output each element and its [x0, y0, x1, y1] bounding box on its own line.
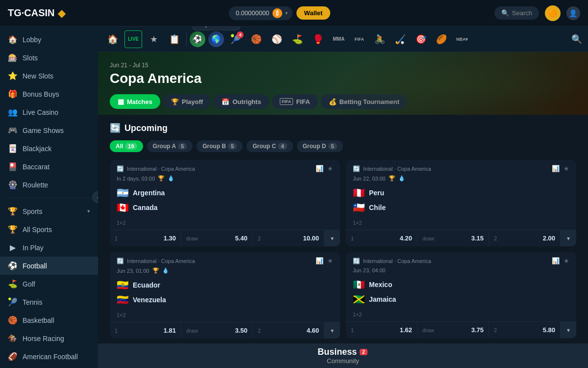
sport-tennis-nav-btn[interactable]: 🎾 4 — [227, 30, 245, 48]
match-2-fav-btn[interactable]: ★ — [564, 165, 569, 172]
match-3-odds-2[interactable]: 2 4.60 — [253, 322, 324, 339]
sport-nba-nav-btn[interactable]: NBA▾ — [453, 30, 471, 48]
search-placeholder: Search — [512, 9, 532, 17]
sport-copa-btn[interactable]: 🌎 — [208, 31, 224, 47]
match-1-odds-draw[interactable]: draw 5.40 — [181, 230, 253, 246]
match-3-team2-flag: 🇻🇪 — [117, 294, 129, 306]
sidebar-item-football[interactable]: ⚽ Football — [0, 257, 98, 275]
group-all-count: 19 — [125, 143, 137, 150]
sport-basketball-nav-btn[interactable]: 🏀 — [247, 30, 265, 48]
scroll-area[interactable]: 🔄 Upcoming All 19 Group A 5 Group B 5 — [98, 115, 588, 343]
group-all-chip[interactable]: All 19 — [110, 140, 143, 152]
sidebar-item-game-shows[interactable]: 🎮 Game Shows — [0, 121, 98, 139]
sport-fifa-nav-btn[interactable]: FIFA — [350, 30, 368, 48]
match-3-meta: 🔄 International · Copa America — [117, 258, 195, 264]
live-casino-icon: 👥 — [8, 107, 18, 117]
sport-hockey-nav-btn[interactable]: 🏑 — [392, 30, 409, 48]
match-1-teams: 🇦🇷 Argentina 🇨🇦 Canada — [110, 185, 340, 220]
tab-betting-label: Betting Tournament — [340, 98, 400, 105]
group-a-chip[interactable]: Group A 5 — [147, 140, 193, 152]
match-4-odds-1[interactable]: 1 1.62 — [346, 322, 417, 338]
match-3-odds: 1 1.81 draw 3.50 2 4.60 ▾ — [110, 322, 340, 339]
match-1-odds-1[interactable]: 1 1.30 — [110, 230, 181, 246]
match-3-team1-name: Ecuador — [133, 281, 160, 289]
sidebar-item-all-sports[interactable]: 🏆 All Sports — [0, 220, 98, 238]
sidebar-item-blackjack[interactable]: 🃏 Blackjack — [0, 139, 98, 158]
match-3-odds-1[interactable]: 1 1.81 — [110, 322, 181, 339]
sport-soccer-btn[interactable]: ⚽ — [190, 31, 205, 47]
match-3-odds-draw[interactable]: draw 3.50 — [181, 322, 253, 339]
sport-cycling-nav-btn[interactable]: 🚴 — [371, 30, 389, 48]
match-2-odds-1[interactable]: 1 4.20 — [346, 230, 417, 246]
search-sport-btn[interactable]: 🔍 — [571, 34, 582, 45]
currency-chevron[interactable]: ▾ — [285, 10, 288, 16]
group-d-chip[interactable]: Group D 5 — [297, 140, 343, 152]
baccarat-icon: 🎴 — [8, 162, 18, 171]
match-4-odds-2[interactable]: 2 5.80 — [489, 322, 561, 338]
tab-playoff[interactable]: 🏆 Playoff — [163, 94, 211, 109]
match-2-odds-draw[interactable]: draw 3.15 — [417, 230, 489, 246]
sport-darts-nav-btn[interactable]: 🎯 — [412, 30, 430, 48]
sidebar-item-roulette[interactable]: 🎡 Roulette — [0, 176, 98, 194]
match-3-odds-more[interactable]: ▾ — [324, 322, 340, 339]
match-4-odds: 1 1.62 draw 3.75 2 5.80 ▾ — [346, 321, 576, 338]
match-2-odds-more[interactable]: ▾ — [561, 230, 576, 246]
sidebar-item-baccarat[interactable]: 🎴 Baccarat — [0, 158, 98, 176]
match-4-odds-more[interactable]: ▾ — [561, 322, 576, 338]
sport-home-btn[interactable]: 🏠 — [104, 30, 122, 48]
wallet-button[interactable]: Wallet — [296, 6, 331, 20]
match-1-time-text: In 2 days, 03:00 — [117, 176, 155, 182]
football-icon: ⚽ — [8, 261, 18, 270]
match-1-team2-name: Canada — [133, 204, 158, 211]
sidebar-item-tennis[interactable]: 🎾 Tennis — [0, 293, 98, 311]
hero-banner: Jun 21 - Jul 15 Copa America ▦ Matches 🏆… — [98, 52, 588, 115]
sport-rugby-nav-btn[interactable]: 🏉 — [433, 30, 450, 48]
sidebar-item-bonus-buys[interactable]: 🎁 Bonus Buys — [0, 85, 98, 103]
sidebar-item-new-slots[interactable]: ⭐ New Slots — [0, 67, 98, 85]
sport-favorites-btn[interactable]: ★ — [145, 30, 163, 48]
match-4-fav-btn[interactable]: ★ — [564, 257, 569, 264]
sidebar-item-basketball[interactable]: 🏀 Basketball — [0, 311, 98, 329]
match-1-fav-btn[interactable]: ★ — [327, 165, 333, 172]
hero-date: Jun 21 - Jul 15 — [110, 62, 576, 69]
home-icon: 🏠 — [8, 35, 18, 44]
sidebar-section-sports[interactable]: 🏆 Sports ▾ — [0, 202, 98, 220]
sidebar-item-horse-racing[interactable]: 🏇 Horse Racing — [0, 329, 98, 347]
search-box[interactable]: 🔍 Search — [494, 6, 539, 20]
tab-matches[interactable]: ▦ Matches — [110, 94, 160, 109]
tab-outrights[interactable]: 📅 Outrights — [214, 94, 269, 109]
sport-live-btn[interactable]: LIVE — [124, 30, 142, 48]
match-1-odds-more[interactable]: ▾ — [324, 230, 340, 246]
sport-betslip-btn[interactable]: 📋 — [166, 30, 183, 48]
match-4-odds-draw[interactable]: draw 3.75 — [417, 322, 489, 338]
match-2-odds-2-value: 2.00 — [543, 235, 555, 242]
match-3-fav-btn[interactable]: ★ — [327, 257, 333, 264]
sport-mma-nav-btn[interactable]: MMA — [330, 30, 347, 48]
group-c-chip[interactable]: Group C 4 — [246, 140, 293, 152]
match-1-time-icon-2: 💧 — [168, 175, 174, 182]
match-4-stats-btn[interactable]: 📊 — [552, 257, 560, 264]
sport-golf-nav-btn[interactable]: ⛳ — [289, 30, 306, 48]
sport-baseball-nav-btn[interactable]: ⚾ — [268, 30, 286, 48]
sport-boxing-nav-btn[interactable]: 🥊 — [309, 30, 327, 48]
tab-fifa[interactable]: FIFA FIFA — [272, 94, 318, 109]
tab-betting-tournament[interactable]: 💰 Betting Tournament — [321, 94, 408, 109]
sidebar-item-golf[interactable]: ⛳ Golf — [0, 275, 98, 293]
group-b-chip[interactable]: Group B 5 — [196, 140, 243, 152]
match-2-odds-2[interactable]: 2 2.00 — [489, 230, 561, 246]
match-1-meta-icon: 🔄 — [117, 165, 124, 172]
match-1-stats-btn[interactable]: 📊 — [316, 165, 323, 172]
sidebar-item-american-football[interactable]: 🏈 American Football — [0, 347, 98, 366]
sidebar-item-live-casino[interactable]: 👥 Live Casino — [0, 103, 98, 121]
match-1-odds-2[interactable]: 2 10.00 — [253, 230, 324, 246]
sidebar-item-slots[interactable]: 🎰 Slots — [0, 49, 98, 67]
match-4-teams: 🇲🇽 Mexico 🇯🇲 Jamaica — [346, 277, 576, 312]
user-icon[interactable]: 👤 — [566, 6, 580, 20]
match-2-stats-btn[interactable]: 📊 — [552, 165, 560, 172]
match-3-stats-btn[interactable]: 📊 — [316, 257, 323, 264]
sidebar-item-in-play[interactable]: ▶ In Play — [0, 238, 98, 257]
sidebar-divider — [8, 198, 90, 198]
avatar[interactable]: 🟠 — [545, 5, 561, 21]
sidebar-toggle[interactable]: ‹ — [92, 191, 98, 203]
sidebar-item-lobby[interactable]: 🏠 Lobby — [0, 30, 98, 49]
